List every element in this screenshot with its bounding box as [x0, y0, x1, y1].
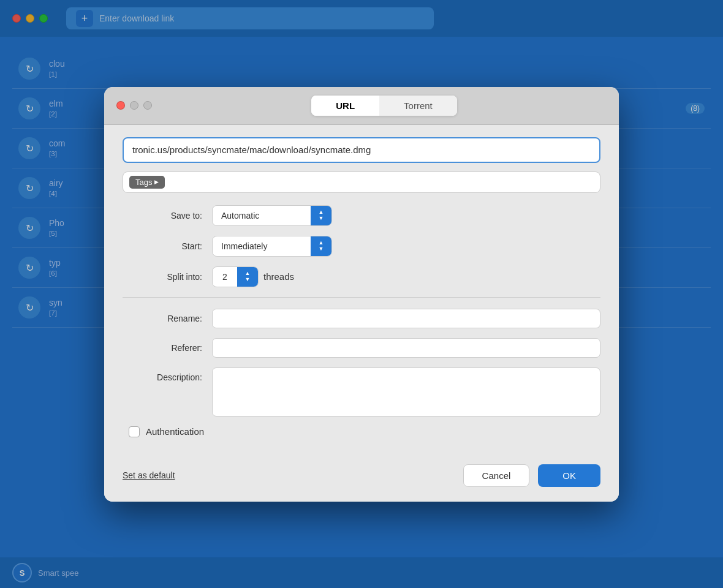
save-to-stepper[interactable]: ▲ ▼ [311, 205, 331, 226]
start-label: Start: [123, 241, 202, 251]
description-input[interactable] [212, 368, 600, 417]
dialog-close-button[interactable] [116, 101, 125, 110]
cancel-button[interactable]: Cancel [463, 464, 530, 487]
authentication-row: Authentication [123, 426, 600, 437]
url-input-wrapper [123, 137, 600, 163]
rename-row: Rename: [123, 309, 600, 328]
tab-torrent[interactable]: Torrent [379, 96, 457, 116]
url-input[interactable] [132, 145, 591, 155]
authentication-label: Authentication [146, 426, 204, 437]
split-into-row: Split into: 2 ▲ ▼ threads [123, 266, 600, 287]
description-label: Description: [123, 368, 202, 382]
tab-url[interactable]: URL [311, 96, 379, 116]
stepper-up-icon: ▲ [319, 209, 324, 215]
start-row: Start: Immediately ▲ ▼ [123, 236, 600, 257]
save-to-select[interactable]: Automatic ▲ ▼ [212, 205, 332, 226]
stepper-down-icon: ▼ [319, 216, 324, 221]
threads-label: threads [263, 271, 294, 282]
add-download-dialog: URL Torrent Tags Save to: Automatic [104, 87, 619, 502]
referer-label: Referer: [123, 343, 202, 353]
form-section: Save to: Automatic ▲ ▼ Start: Immediatel… [123, 205, 600, 417]
stepper-down-icon: ▼ [319, 246, 324, 252]
threads-wrapper: 2 ▲ ▼ threads [212, 266, 294, 287]
tags-label[interactable]: Tags [129, 176, 165, 189]
description-row: Description: [123, 368, 600, 417]
dialog-footer: Set as default Cancel OK [104, 464, 619, 502]
save-to-row: Save to: Automatic ▲ ▼ [123, 205, 600, 226]
modal-overlay: URL Torrent Tags Save to: Automatic [0, 0, 723, 588]
dialog-maximize-button[interactable] [143, 101, 152, 110]
ok-button[interactable]: OK [538, 464, 600, 487]
stepper-up-icon: ▲ [245, 271, 251, 276]
save-to-value: Automatic [213, 211, 311, 221]
footer-buttons: Cancel OK [463, 464, 600, 487]
rename-label: Rename: [123, 314, 202, 323]
stepper-up-icon: ▲ [319, 240, 324, 246]
start-value: Immediately [213, 241, 311, 251]
threads-stepper[interactable]: 2 ▲ ▼ [212, 266, 259, 287]
tags-row: Tags [123, 172, 600, 193]
split-into-label: Split into: [123, 272, 202, 282]
start-stepper[interactable]: ▲ ▼ [311, 236, 331, 257]
save-to-label: Save to: [123, 211, 202, 221]
dialog-body: Tags Save to: Automatic ▲ ▼ [104, 125, 619, 464]
start-select[interactable]: Immediately ▲ ▼ [212, 236, 332, 257]
threads-value: 2 [213, 272, 237, 282]
dialog-minimize-button[interactable] [130, 101, 138, 110]
authentication-checkbox[interactable] [129, 426, 140, 437]
dialog-titlebar: URL Torrent [104, 87, 619, 125]
referer-row: Referer: [123, 338, 600, 358]
referer-input[interactable] [212, 338, 600, 358]
tab-switcher: URL Torrent [311, 96, 457, 116]
set-default-link[interactable]: Set as default [123, 470, 175, 480]
divider [123, 297, 600, 298]
stepper-down-icon: ▼ [245, 277, 251, 282]
threads-stepper-btn[interactable]: ▲ ▼ [237, 266, 258, 287]
dialog-traffic-lights [116, 101, 152, 110]
rename-input[interactable] [212, 309, 600, 328]
